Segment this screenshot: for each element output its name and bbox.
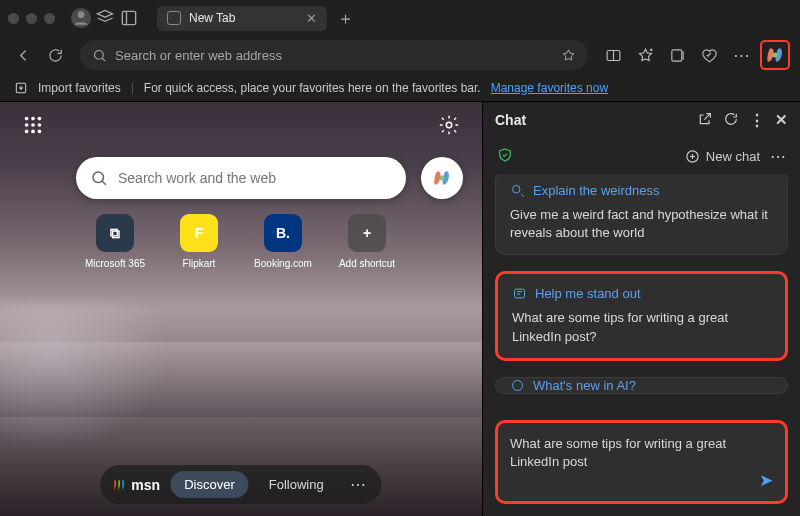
manage-favorites-link[interactable]: Manage favorites now: [491, 81, 608, 95]
svg-point-17: [38, 123, 42, 127]
svg-point-22: [93, 172, 104, 183]
workspaces-icon[interactable]: [95, 8, 115, 28]
zoom-window-icon[interactable]: [44, 13, 55, 24]
svg-point-21: [446, 122, 452, 128]
card-body: What are some tips for writing a great L…: [512, 309, 771, 345]
shortcut-label: Flipkart: [183, 258, 216, 269]
chat-more-icon[interactable]: ⋯: [770, 147, 786, 166]
browser-tab[interactable]: New Tab ✕: [157, 6, 327, 31]
msn-brand[interactable]: msn: [110, 477, 160, 493]
copilot-icon: [765, 45, 785, 65]
add-shortcut-button[interactable]: +Add shortcut: [340, 214, 394, 269]
svg-point-14: [38, 117, 42, 121]
chat-input-text[interactable]: What are some tips for writing a great L…: [510, 435, 773, 471]
favorites-hint: For quick access, place your favorites h…: [144, 81, 481, 95]
close-panel-icon[interactable]: ✕: [775, 111, 788, 129]
sparkle-icon: [512, 286, 527, 301]
browser-essentials-icon[interactable]: [696, 42, 722, 68]
feed-more-icon[interactable]: ⋯: [344, 475, 372, 494]
chat-subheader: New chat ⋯: [483, 138, 800, 174]
search-icon: [90, 169, 108, 187]
shortcut-flipkart[interactable]: FFlipkart: [172, 214, 226, 269]
ntp-search-input[interactable]: [118, 170, 392, 186]
back-button[interactable]: [10, 42, 36, 68]
svg-point-27: [513, 186, 521, 194]
card-body: Give me a weird fact and hypothesize wha…: [510, 206, 773, 242]
divider: |: [131, 81, 134, 95]
svg-point-16: [31, 123, 35, 127]
tab-actions-icon[interactable]: [119, 8, 139, 28]
ntp-feed-bar: msn Discover Following ⋯: [100, 465, 381, 504]
minimize-window-icon[interactable]: [26, 13, 37, 24]
profile-icon[interactable]: [71, 8, 91, 28]
import-favorites-link[interactable]: Import favorites: [38, 81, 121, 95]
app-launcher-icon[interactable]: [22, 114, 44, 136]
close-window-icon[interactable]: [8, 13, 19, 24]
split-screen-icon[interactable]: [600, 42, 626, 68]
open-external-icon[interactable]: [697, 111, 713, 130]
booking-icon: B.: [264, 214, 302, 252]
tab-favicon-icon: [167, 11, 181, 25]
card-title: Explain the weirdness: [533, 183, 659, 198]
flipkart-icon: F: [180, 214, 218, 252]
refresh-icon[interactable]: [723, 111, 739, 130]
msn-label: msn: [131, 477, 160, 493]
svg-point-19: [31, 130, 35, 134]
card-title: What's new in AI?: [533, 378, 636, 393]
new-chat-label: New chat: [706, 149, 760, 164]
reload-button[interactable]: [42, 42, 68, 68]
new-tab-page: ⧉Microsoft 365 FFlipkart B.Booking.com +…: [0, 102, 482, 516]
plus-icon: +: [348, 214, 386, 252]
chat-title: Chat: [495, 112, 526, 128]
window-traffic-lights[interactable]: [8, 13, 67, 24]
more-menu-icon[interactable]: ⋯: [728, 42, 754, 68]
copilot-icon: [432, 168, 452, 188]
window-titlebar: New Tab ✕ ＋: [0, 0, 800, 36]
address-bar[interactable]: Search or enter web address: [80, 40, 588, 70]
msn-icon: [110, 477, 126, 493]
import-icon: [14, 81, 28, 95]
suggestion-card[interactable]: Explain the weirdness Give me a weird fa…: [495, 174, 788, 255]
chat-input-box[interactable]: What are some tips for writing a great L…: [495, 420, 788, 504]
send-icon[interactable]: ➤: [759, 470, 773, 491]
svg-point-10: [773, 53, 778, 58]
collections-icon[interactable]: [664, 42, 690, 68]
ntp-shortcuts: ⧉Microsoft 365 FFlipkart B.Booking.com +…: [88, 214, 394, 269]
close-tab-icon[interactable]: ✕: [306, 11, 317, 26]
svg-point-3: [95, 50, 104, 59]
favorites-icon[interactable]: [632, 42, 658, 68]
search-icon: [92, 48, 107, 63]
card-title: Help me stand out: [535, 286, 641, 301]
ntp-search-box[interactable]: [76, 157, 406, 199]
sparkle-icon: [510, 378, 525, 393]
shortcut-label: Microsoft 365: [85, 258, 145, 269]
svg-point-13: [31, 117, 35, 121]
svg-point-29: [513, 380, 523, 390]
shield-icon[interactable]: [497, 147, 513, 166]
suggestion-card[interactable]: What's new in AI?: [495, 377, 788, 394]
more-icon[interactable]: ⋮: [749, 111, 765, 130]
browser-toolbar: Search or enter web address ⋯: [0, 36, 800, 74]
svg-rect-28: [515, 290, 525, 299]
shortcut-microsoft-365[interactable]: ⧉Microsoft 365: [88, 214, 142, 269]
svg-point-15: [25, 123, 29, 127]
suggestion-card-highlighted[interactable]: Help me stand out What are some tips for…: [495, 271, 788, 360]
ntp-copilot-button[interactable]: [421, 157, 463, 199]
svg-point-18: [25, 130, 29, 134]
new-tab-button[interactable]: ＋: [337, 7, 354, 30]
tab-discover[interactable]: Discover: [170, 471, 249, 498]
tab-title: New Tab: [189, 11, 235, 25]
svg-rect-8: [671, 49, 681, 60]
favorites-bar: Import favorites | For quick access, pla…: [0, 74, 800, 102]
copilot-button[interactable]: [760, 40, 790, 70]
settings-gear-icon[interactable]: [438, 114, 460, 136]
copilot-chat-panel: Chat ⋮ ✕ New chat ⋯ Explain the weirdnes…: [482, 102, 800, 516]
shortcut-booking[interactable]: B.Booking.com: [256, 214, 310, 269]
svg-point-12: [25, 117, 29, 121]
tab-following[interactable]: Following: [255, 471, 338, 498]
favorite-star-icon[interactable]: [561, 48, 576, 63]
svg-rect-1: [122, 11, 135, 24]
svg-point-20: [38, 130, 42, 134]
new-chat-button[interactable]: New chat: [685, 149, 760, 164]
m365-icon: ⧉: [96, 214, 134, 252]
